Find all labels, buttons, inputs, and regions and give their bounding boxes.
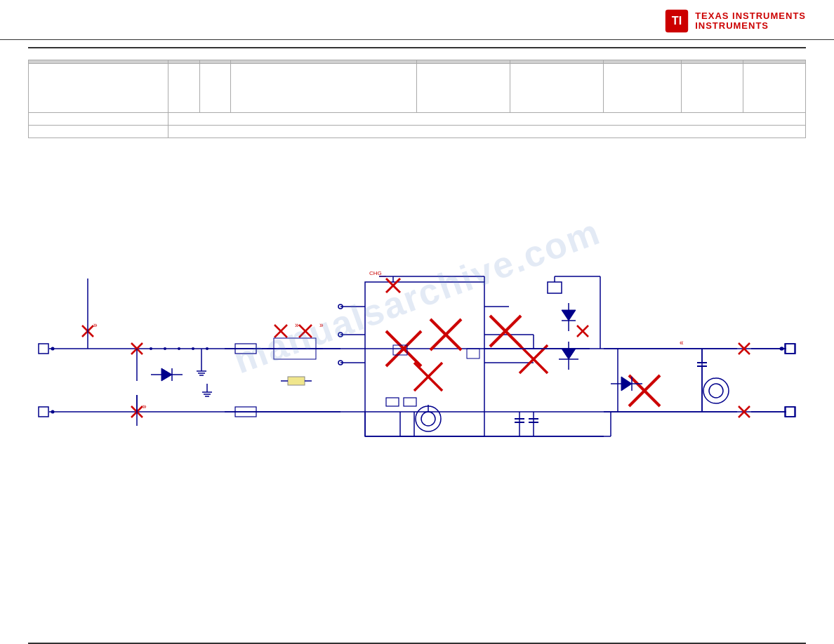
table-cell-1-3	[199, 64, 230, 113]
ti-logo: TI TEXAS INSTRUMENTS INSTRUMENTS	[664, 8, 806, 34]
table-cell-1-6	[510, 64, 604, 113]
table-cell-1-1	[29, 64, 168, 113]
table-cell-1-4	[230, 64, 417, 113]
svg-text:»: »	[143, 403, 147, 410]
svg-rect-137	[467, 349, 479, 358]
table-cell-1-5	[417, 64, 510, 113]
svg-marker-85	[562, 310, 576, 321]
table-row-3	[29, 126, 806, 138]
svg-text:CHG: CHG	[369, 270, 382, 276]
svg-rect-135	[404, 398, 416, 406]
table-row-1	[29, 64, 806, 113]
company-name-instruments: INSTRUMENTS	[695, 21, 806, 31]
table-cell-1-9	[743, 64, 806, 113]
svg-rect-134	[386, 398, 399, 406]
svg-text:»: »	[295, 321, 299, 329]
circuit-svg: » » » »	[28, 145, 806, 447]
svg-rect-114	[785, 407, 795, 417]
svg-text:»: »	[319, 321, 324, 329]
svg-text:«: «	[680, 339, 684, 347]
svg-point-31	[164, 347, 166, 350]
svg-rect-83	[548, 282, 562, 293]
svg-point-77	[703, 378, 729, 403]
page-header: TI TEXAS INSTRUMENTS INSTRUMENTS	[0, 0, 834, 40]
svg-rect-112	[785, 344, 795, 354]
ti-logo-icon: TI	[664, 8, 689, 34]
svg-text:»: »	[93, 321, 98, 329]
svg-marker-21	[161, 368, 172, 381]
svg-rect-10	[786, 407, 795, 417]
svg-marker-89	[562, 349, 576, 359]
svg-point-78	[709, 384, 723, 398]
svg-rect-6	[39, 407, 48, 417]
data-table-section	[0, 54, 834, 138]
table-cell-2-2	[168, 113, 806, 126]
ti-logo-text: TEXAS INSTRUMENTS INSTRUMENTS	[695, 11, 806, 32]
svg-point-34	[206, 347, 208, 350]
svg-rect-4	[39, 344, 48, 354]
table-cell-2-1	[29, 113, 168, 126]
svg-point-76	[421, 412, 435, 426]
svg-point-32	[178, 347, 180, 350]
table-cell-1-8	[681, 64, 743, 113]
table-cell-3-2	[168, 126, 806, 138]
svg-text:TI: TI	[672, 14, 682, 27]
circuit-diagram-section: manualsarchive.com	[0, 145, 834, 447]
svg-point-33	[192, 347, 194, 350]
table-row-2	[29, 113, 806, 126]
svg-point-30	[150, 347, 152, 350]
svg-rect-8	[786, 344, 795, 354]
table-cell-1-7	[604, 64, 682, 113]
svg-point-7	[51, 410, 55, 414]
table-cell-1-2	[168, 64, 199, 113]
svg-rect-48	[288, 377, 305, 385]
svg-point-5	[51, 347, 55, 351]
company-name-texas: TEXAS INSTRUMENTS	[695, 11, 806, 21]
data-table	[28, 60, 806, 138]
table-cell-3-1	[29, 126, 168, 138]
top-divider	[28, 47, 806, 48]
svg-marker-103	[621, 377, 632, 391]
